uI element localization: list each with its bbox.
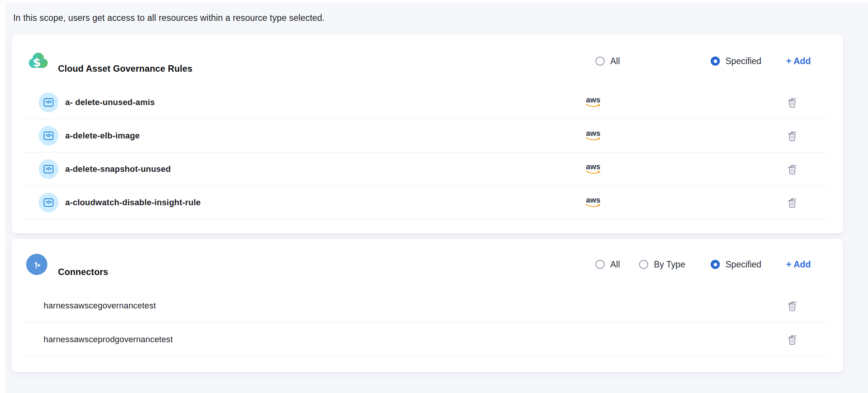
- rule-glyph: </>: [44, 132, 53, 140]
- governance-rule-row: </> a- delete-unused-amis aws: [12, 86, 843, 119]
- aws-logo: aws: [584, 96, 602, 108]
- rule-code-icon: </>: [39, 126, 58, 146]
- radio-specified-label: Specified: [725, 259, 761, 270]
- page-top-edge: [0, 0, 868, 3]
- governance-option-all[interactable]: All: [595, 56, 620, 66]
- scope-description: In this scope, users get access to all r…: [13, 13, 325, 23]
- connector-name: harnessawsceprodgovernancetest: [44, 335, 173, 344]
- governance-section-title: Cloud Asset Governance Rules: [58, 64, 193, 74]
- trash-icon: [786, 129, 799, 142]
- aws-logo: aws: [584, 163, 602, 174]
- aws-logo-text: aws: [586, 163, 600, 170]
- connectors-fork-icon: [26, 254, 47, 275]
- aws-logo-text: aws: [586, 96, 600, 104]
- aws-smile-icon: [585, 170, 601, 174]
- rule-code-icon: </>: [39, 93, 58, 112]
- delete-rule-button[interactable]: [784, 128, 800, 144]
- radio-all[interactable]: [595, 57, 605, 66]
- trash-icon: [786, 163, 799, 176]
- rule-name: a- delete-unused-amis: [65, 97, 155, 107]
- delete-rule-button[interactable]: [784, 195, 800, 211]
- aws-logo-text: aws: [586, 129, 600, 137]
- connectors-option-by-type[interactable]: By Type: [639, 259, 685, 270]
- delete-connector-button[interactable]: [784, 298, 800, 314]
- rule-code-icon: </>: [39, 193, 58, 212]
- governance-add-button[interactable]: + Add: [786, 56, 811, 66]
- governance-rule-row: </> a-cloudwatch-disable-insight-rule aw…: [12, 186, 843, 219]
- rule-name: a-delete-elb-image: [65, 131, 140, 141]
- connectors-list: harnessawscegovernancetest harnessawscep…: [12, 289, 843, 356]
- radio-all-label: All: [610, 259, 620, 270]
- radio-by-type-label: By Type: [654, 259, 685, 270]
- rule-glyph: </>: [44, 98, 53, 107]
- rule-glyph: </>: [44, 165, 53, 173]
- radio-all[interactable]: [595, 260, 605, 269]
- connector-row: harnessawscegovernancetest: [12, 289, 843, 322]
- aws-smile-icon: [585, 103, 601, 108]
- governance-option-specified[interactable]: Specified: [711, 56, 761, 66]
- trash-icon: [786, 196, 799, 209]
- aws-smile-icon: [585, 137, 601, 141]
- governance-rule-row: </> a-delete-elb-image aws: [12, 119, 843, 152]
- connectors-add-button[interactable]: + Add: [786, 259, 811, 270]
- connectors-option-all[interactable]: All: [595, 259, 620, 270]
- connectors-card: Connectors All By Type Specified + Add h…: [12, 239, 843, 372]
- radio-specified[interactable]: [711, 260, 720, 269]
- governance-rules-card: $ Cloud Asset Governance Rules All Speci…: [12, 35, 843, 233]
- governance-rules-list: </> a- delete-unused-amis aws: [12, 86, 843, 219]
- connector-row: harnessawsceprodgovernancetest: [12, 322, 843, 356]
- aws-logo-text: aws: [586, 196, 600, 204]
- governance-rule-row: </> a-delete-snapshot-unused aws: [12, 152, 843, 186]
- delete-rule-button[interactable]: [784, 161, 800, 177]
- rule-glyph: </>: [44, 198, 53, 207]
- aws-logo: aws: [584, 196, 602, 208]
- radio-specified[interactable]: [711, 57, 720, 66]
- radio-all-label: All: [610, 56, 620, 66]
- rule-name: a-delete-snapshot-unused: [65, 164, 171, 174]
- trash-icon: [786, 333, 799, 346]
- rule-name: a-cloudwatch-disable-insight-rule: [65, 198, 201, 208]
- trash-icon: [786, 96, 799, 109]
- radio-specified-label: Specified: [725, 56, 761, 66]
- delete-rule-button[interactable]: [784, 94, 800, 110]
- dollar-glyph: $: [33, 55, 41, 69]
- radio-by-type[interactable]: [639, 260, 648, 269]
- page-left-edge: [0, 0, 5, 393]
- rule-code-icon: </>: [39, 159, 58, 179]
- aws-logo: aws: [584, 129, 602, 141]
- connector-name: harnessawscegovernancetest: [44, 301, 156, 311]
- connectors-section-title: Connectors: [58, 267, 108, 277]
- connectors-option-specified[interactable]: Specified: [711, 259, 761, 270]
- aws-smile-icon: [585, 203, 601, 208]
- delete-connector-button[interactable]: [784, 332, 800, 347]
- cloud-dollar-icon: $: [27, 51, 49, 72]
- trash-icon: [786, 299, 799, 312]
